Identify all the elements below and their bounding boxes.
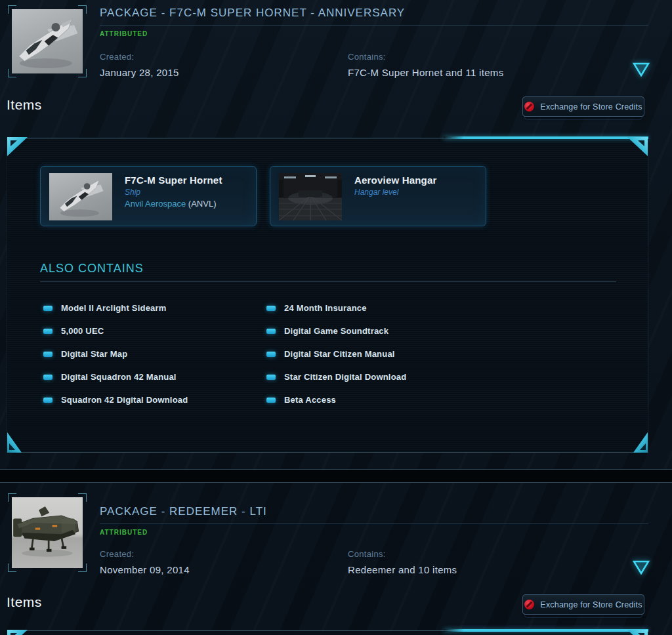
item-card-ship[interactable]: F7C-M Super Hornet Ship Anvil Aerospace …	[40, 166, 257, 226]
item-manufacturer: Anvil Aerospace (ANVL)	[125, 199, 251, 209]
hangar-illustration	[279, 173, 342, 220]
items-panel-partial	[7, 630, 648, 635]
dash-bullet-icon	[266, 398, 276, 403]
dash-bullet-icon	[43, 329, 52, 334]
exchange-store-credits-button[interactable]: Exchange for Store Credits	[522, 594, 644, 615]
package-header-f7cm: PACKAGE - F7C-M SUPER HORNET - ANNIVERSA…	[0, 0, 672, 88]
ship-silhouette	[12, 497, 83, 568]
collapse-triangle-icon[interactable]	[632, 559, 650, 576]
also-contains-heading: ALSO CONTAINS	[40, 262, 616, 282]
corner-bracket	[8, 5, 16, 14]
list-item: Squadron 42 Digital Download	[43, 388, 188, 411]
ship-image-redeemer	[12, 497, 83, 568]
corner-triangle-icon	[627, 630, 648, 635]
collapse-triangle-icon[interactable]	[632, 61, 650, 78]
created-value: November 09, 2014	[100, 564, 190, 575]
panel-accent-line	[444, 629, 648, 632]
dash-bullet-icon	[43, 306, 52, 311]
manufacturer-code: (ANVL)	[188, 199, 217, 209]
list-item-label: Digital Star Citizen Manual	[284, 349, 395, 359]
dash-bullet-icon	[43, 398, 52, 403]
no-entry-icon	[524, 600, 534, 609]
corner-bracket	[8, 69, 16, 77]
list-item-label: 24 Month Insurance	[284, 303, 367, 313]
also-contains-list-right: 24 Month Insurance Digital Game Soundtra…	[266, 297, 406, 411]
manufacturer-name: Anvil Aerospace	[125, 199, 188, 209]
exchange-store-credits-button[interactable]: Exchange for Store Credits	[522, 96, 644, 117]
list-item-label: Digital Squadron 42 Manual	[61, 372, 177, 382]
list-item-label: Star Citizen Digital Download	[284, 372, 406, 382]
list-item: Digital Star Citizen Manual	[266, 342, 406, 365]
created-label: Created:	[100, 52, 134, 62]
list-item: 24 Month Insurance	[266, 297, 406, 319]
ship-image-f7cm	[12, 9, 83, 73]
title-underline	[100, 523, 648, 524]
list-item: Beta Access	[266, 388, 406, 411]
contains-label: Contains:	[348, 52, 386, 62]
exchange-button-label: Exchange for Store Credits	[540, 600, 642, 609]
exchange-button-label: Exchange for Store Credits	[540, 102, 642, 112]
card-text: F7C-M Super Hornet Ship Anvil Aerospace …	[125, 174, 251, 209]
item-type: Ship	[125, 188, 251, 197]
items-section-heading: Items	[7, 97, 42, 113]
items-panel: F7C-M Super Hornet Ship Anvil Aerospace …	[7, 138, 648, 453]
list-item: Digital Game Soundtrack	[266, 319, 406, 342]
package-title: PACKAGE - F7C-M SUPER HORNET - ANNIVERSA…	[100, 7, 405, 20]
list-item-label: Beta Access	[284, 395, 336, 405]
list-item: 5,000 UEC	[43, 319, 188, 342]
corner-bracket	[8, 563, 16, 572]
corner-triangle-icon	[7, 630, 28, 635]
item-name: F7C-M Super Hornet	[125, 174, 251, 186]
title-underline	[100, 25, 648, 26]
list-item-label: Squadron 42 Digital Download	[61, 395, 188, 405]
dash-bullet-icon	[266, 306, 276, 311]
ship-image-f7cm-small	[49, 173, 112, 220]
status-badge: ATTRIBUTED	[100, 529, 148, 536]
item-type: Hangar level	[354, 188, 480, 197]
list-item: Digital Squadron 42 Manual	[43, 365, 188, 388]
card-text: Aeroview Hangar Hangar level	[354, 174, 480, 197]
item-name: Aeroview Hangar	[354, 174, 480, 186]
contains-value: Redeemer and 10 items	[348, 564, 457, 575]
items-section-heading: Items	[7, 594, 42, 610]
corner-triangle-icon	[7, 432, 22, 453]
item-card-hangar[interactable]: Aeroview Hangar Hangar level	[270, 166, 486, 226]
package-thumbnail	[8, 493, 87, 572]
corner-bracket	[78, 69, 87, 77]
dash-bullet-icon	[266, 352, 276, 357]
corner-bracket	[78, 5, 87, 14]
hangar-page: PACKAGE - F7C-M SUPER HORNET - ANNIVERSA…	[0, 0, 672, 635]
package-divider	[0, 469, 672, 483]
no-entry-icon	[524, 102, 534, 112]
panel-accent-line	[444, 136, 648, 139]
list-item: Star Citizen Digital Download	[266, 365, 406, 388]
corner-bracket	[78, 493, 87, 502]
list-item-label: Model II Arclight Sidearm	[61, 303, 167, 313]
corner-triangle-icon	[633, 432, 648, 453]
dash-bullet-icon	[43, 375, 52, 380]
list-item-label: 5,000 UEC	[61, 326, 104, 336]
dash-bullet-icon	[266, 375, 276, 380]
contains-value: F7C-M Super Hornet and 11 items	[348, 67, 503, 78]
list-item-label: Digital Game Soundtrack	[284, 326, 388, 336]
list-item: Model II Arclight Sidearm	[43, 297, 188, 319]
also-contains-list-left: Model II Arclight Sidearm 5,000 UEC Digi…	[43, 297, 188, 411]
dash-bullet-icon	[43, 352, 52, 357]
status-badge: ATTRIBUTED	[100, 30, 148, 37]
corner-bracket	[78, 563, 87, 572]
package-thumbnail	[8, 5, 87, 77]
corner-bracket	[8, 493, 16, 502]
list-item-label: Digital Star Map	[61, 349, 127, 359]
package-title: PACKAGE - REDEEMER - LTI	[100, 505, 267, 518]
package-header-redeemer: PACKAGE - REDEEMER - LTI ATTRIBUTED Crea…	[0, 488, 672, 588]
corner-triangle-icon	[627, 137, 648, 156]
list-item: Digital Star Map	[43, 342, 188, 365]
dash-bullet-icon	[266, 329, 276, 334]
created-label: Created:	[100, 549, 134, 559]
contains-label: Contains:	[348, 549, 386, 559]
hangar-image	[279, 173, 342, 220]
ship-silhouette	[12, 9, 83, 73]
corner-triangle-icon	[7, 137, 28, 156]
ship-silhouette	[49, 173, 112, 220]
created-value: January 28, 2015	[100, 67, 179, 78]
